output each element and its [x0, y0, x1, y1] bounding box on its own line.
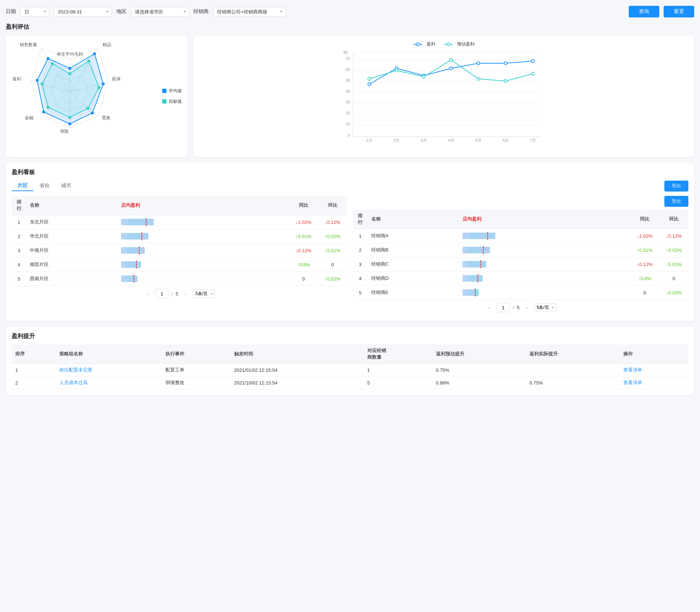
promo-th-event: 执行事件: [162, 345, 231, 364]
promo-event-cell: 配置工单: [162, 364, 231, 377]
legend-avg: 平均值: [162, 88, 182, 94]
th-mom-left: 环比: [318, 196, 347, 215]
svg-point-69: [423, 75, 425, 78]
right-rank-cell: 4: [353, 271, 368, 286]
svg-text:10: 10: [345, 122, 350, 126]
left-mom-cell: ↓0.12%: [318, 215, 347, 229]
left-table-row: 2 华北片区 ↑0.51% ↑0.02%: [12, 229, 347, 243]
promo-actual-rebate-cell: [526, 364, 619, 377]
right-yoy-cell: ↑0.51%: [630, 243, 659, 257]
svg-point-15: [102, 82, 105, 85]
left-name-cell: 西南片区: [26, 272, 117, 286]
view-list-link[interactable]: 查看清单: [623, 380, 642, 385]
right-profit-cell: [459, 271, 630, 286]
svg-point-18: [42, 110, 45, 113]
tab-district[interactable]: 片区: [12, 181, 33, 191]
right-table-row: 4 经销商D ↑0.8% 0: [353, 271, 689, 286]
th-name-left: 名称: [26, 196, 117, 215]
left-rank-cell: 5: [12, 272, 26, 286]
left-yoy-cell: ↓0.12%: [289, 243, 318, 258]
svg-text:50: 50: [345, 78, 350, 82]
right-profit-cell: [459, 286, 630, 300]
left-table-row: 5 西南片区 0 ↑0.02%: [12, 272, 347, 286]
svg-point-73: [532, 72, 535, 75]
right-table: 排行 名称 店均盈利 同比 环比 1 经销商A ↓1.02%: [353, 210, 689, 300]
left-mom-cell: ↑0.02%: [318, 272, 347, 286]
promo-rank-cell: 2: [12, 377, 56, 389]
svg-text:1月: 1月: [366, 138, 372, 142]
board-tabs: 片区 省份 城市: [12, 181, 77, 191]
promo-th-strategy: 策略组名称: [56, 345, 162, 364]
svg-point-65: [504, 62, 507, 65]
left-page-size-select[interactable]: 5条/页: [193, 290, 215, 298]
promo-event-cell: 弱项整改: [162, 377, 231, 389]
left-table-wrap: 排行 名称 店均盈利 同比 环比 1 东北片区 ↓1.02%: [12, 196, 347, 315]
line-card: 盈利 预估盈利 0 10 20 30 40 50 60 70 80: [193, 35, 694, 157]
left-name-cell: 东北片区: [26, 215, 117, 229]
legend-target-label: 目标值: [169, 98, 182, 105]
right-name-cell: 经销商C: [368, 257, 459, 271]
region-wrapper[interactable]: 请选择省市区: [131, 7, 189, 17]
svg-text:保险: 保险: [60, 129, 69, 134]
right-mom-cell: 0: [659, 271, 688, 286]
dealer-select[interactable]: 经销商公司+经销商两级: [213, 7, 286, 17]
svg-text:4月: 4月: [448, 138, 454, 142]
left-yoy-cell: 0: [289, 272, 318, 286]
right-prev-btn[interactable]: ‹: [485, 303, 494, 312]
date-unit-select[interactable]: 日: [20, 7, 49, 17]
legend-target-color: [162, 99, 167, 104]
svg-point-14: [93, 52, 96, 55]
date-value-wrapper[interactable]: 2023-08-31: [54, 7, 112, 17]
left-mom-cell: ↑5.01%: [318, 243, 347, 258]
tab-city[interactable]: 城市: [55, 181, 77, 191]
radar-area: 单车平均毛利 精品 延保 置换 保险 金融 均销售返利 销售数量 平均值: [12, 41, 182, 151]
view-list-link[interactable]: 查看清单: [623, 367, 642, 373]
date-unit-wrapper[interactable]: 日: [20, 7, 49, 17]
svg-point-24: [97, 86, 100, 89]
right-name-cell: 经销商E: [368, 286, 459, 300]
svg-point-39: [416, 43, 419, 46]
left-next-btn[interactable]: ›: [181, 289, 190, 298]
svg-point-13: [68, 67, 71, 70]
right-table-row: 5 经销商E 0 ↑0.02%: [353, 286, 689, 300]
svg-point-41: [447, 43, 450, 46]
left-prev-btn[interactable]: ‹: [144, 289, 152, 298]
legend-profit: 盈利: [413, 41, 435, 47]
svg-point-19: [36, 79, 39, 82]
svg-point-66: [532, 60, 535, 63]
profit-board-title: 盈利看板: [12, 169, 688, 176]
svg-text:0: 0: [348, 133, 350, 137]
right-table-row: 3 经销商C ↓0.12% ↑5.01%: [353, 257, 689, 271]
region-select[interactable]: 请选择省市区: [131, 7, 189, 17]
promo-dealer-count-cell: 1: [364, 364, 432, 377]
profit-board: 盈利看板 片区 省份 城市 导出 排行 名称 店均盈利 同比: [6, 163, 694, 321]
reset-button[interactable]: 重置: [664, 6, 694, 17]
left-name-cell: 南部片区: [26, 258, 117, 272]
right-rank-cell: 3: [353, 257, 368, 271]
svg-text:置换: 置换: [102, 115, 111, 120]
promo-action-cell: 查看清单: [620, 377, 688, 389]
svg-point-67: [368, 77, 371, 80]
tab-province[interactable]: 省份: [33, 181, 55, 191]
dealer-wrapper[interactable]: 经销商公司+经销商两级: [213, 7, 286, 17]
svg-text:6月: 6月: [503, 138, 509, 142]
radar-card: 单车平均毛利 精品 延保 置换 保险 金融 均销售返利 销售数量 平均值: [6, 35, 188, 157]
date-value-select[interactable]: 2023-08-31: [54, 7, 112, 17]
promo-dealer-count-cell: 5: [364, 377, 432, 389]
right-rank-cell: 2: [353, 243, 368, 257]
right-page-size-select[interactable]: 5条/页: [534, 303, 556, 311]
svg-text:7月: 7月: [530, 138, 536, 142]
export-button-right[interactable]: 导出: [664, 196, 688, 207]
promo-strategy-cell: 岗位配置未完善: [56, 364, 162, 377]
profit-eval-title: 盈利评估: [6, 23, 694, 31]
right-page-input[interactable]: [497, 303, 510, 312]
left-profit-cell: [117, 258, 289, 272]
th-profit-left: 店均盈利: [117, 196, 289, 215]
export-button-left[interactable]: 导出: [664, 181, 688, 192]
query-button[interactable]: 查询: [629, 6, 659, 17]
promo-est-rebate-cell: 0.88%: [432, 377, 526, 389]
left-page-input[interactable]: [155, 289, 168, 298]
right-next-btn[interactable]: ›: [523, 303, 531, 312]
left-yoy-cell: ↓1.02%: [289, 215, 318, 229]
th-rank-right: 排行: [353, 210, 368, 229]
